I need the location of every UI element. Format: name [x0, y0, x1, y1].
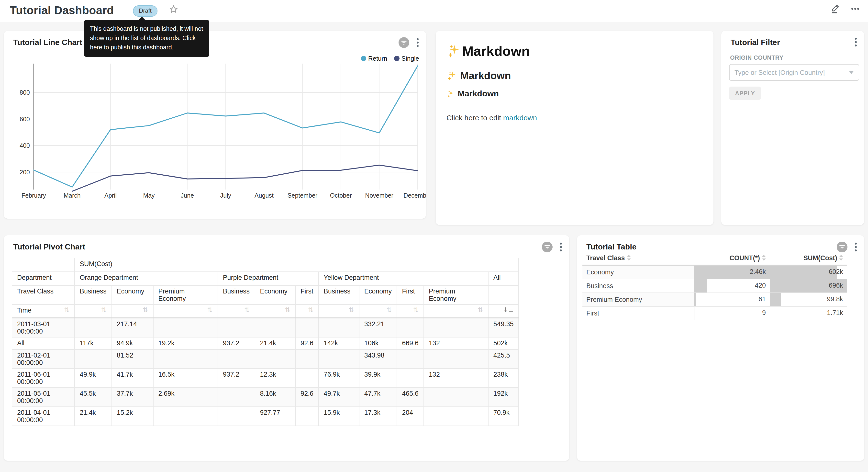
col-header-sum-cost[interactable]: SUM(Cost)	[770, 252, 847, 265]
count-bar	[694, 307, 694, 320]
pivot-value-cell: 19.2k	[153, 337, 218, 350]
pivot-value-cell	[153, 350, 218, 368]
sparkles-icon	[446, 44, 461, 59]
pivot-value-cell: 21.4k	[255, 337, 296, 350]
pivot-value-cell: 425.5	[488, 350, 519, 368]
origin-country-label: ORIGIN COUNTRY	[730, 54, 783, 61]
edit-dashboard-icon[interactable]	[830, 3, 842, 15]
pivot-value-cell: 927.77	[255, 407, 296, 426]
sort-desc-icon[interactable]: ↓︎≡	[503, 307, 514, 314]
sort-icon[interactable]: ⇅	[478, 307, 483, 314]
filter-indicator-icon[interactable]	[836, 241, 848, 253]
sparkles-icon	[446, 90, 455, 98]
pivot-row: 2011-04-01 00:00:0021.4k15.2k927.7715.9k…	[12, 407, 519, 426]
apply-button[interactable]: APPLY	[729, 87, 761, 100]
pivot-class-col: Business	[74, 286, 112, 304]
pivot-value-cell: 15.9k	[319, 407, 359, 426]
status-badge[interactable]: Draft	[133, 5, 157, 17]
pivot-value-cell: 937.2	[218, 337, 255, 350]
dashboard-page: Tutorial Dashboard Draft This dashbo	[0, 0, 868, 472]
pivot-value-cell: 192k	[488, 388, 519, 407]
sparkles-icon	[446, 70, 457, 81]
more-actions-icon[interactable]	[849, 3, 861, 15]
pivot-value-cell: 47.7k	[359, 388, 397, 407]
sort-icon[interactable]	[627, 255, 631, 261]
pivot-value-cell	[218, 318, 255, 337]
pivot-department-group: Purple Department	[218, 272, 319, 286]
sort-icon[interactable]: ⇅	[244, 307, 250, 314]
sum-cost-cell: 602k	[770, 265, 847, 279]
pivot-value-cell: 37.7k	[112, 388, 153, 407]
svg-text:May: May	[143, 192, 155, 199]
pivot-value-cell: 49.7k	[319, 388, 359, 407]
sort-icon[interactable]: ⇅	[143, 307, 148, 314]
pivot-value-cell: 70.9k	[488, 407, 519, 426]
pivot-department-label: Department	[12, 272, 74, 286]
pivot-department-group: Orange Department	[74, 272, 218, 286]
table-card: Tutorial Table Travel Class COUNT(*) SUM…	[577, 235, 864, 461]
pivot-value-cell: 106k	[359, 337, 397, 350]
pivot-value-cell	[153, 318, 218, 337]
sum-bar	[770, 266, 836, 279]
col-header-travel-class[interactable]: Travel Class	[582, 252, 694, 265]
pivot-value-cell: 39.9k	[359, 368, 397, 388]
top-bar: Tutorial Dashboard Draft	[0, 0, 868, 22]
favorite-star-icon[interactable]	[169, 4, 179, 14]
travel-class-cell: Premium Economy	[582, 293, 694, 306]
pivot-row-label: 2011-05-01 00:00:00	[12, 388, 74, 407]
table-card-title: Tutorial Table	[586, 243, 637, 252]
pivot-value-cell	[296, 407, 319, 426]
pivot-row-label: All	[12, 337, 74, 350]
edit-markdown-link[interactable]: markdown	[503, 114, 537, 122]
pivot-time-label: Time⇅	[12, 304, 74, 318]
sort-icon[interactable]: ⇅	[64, 307, 69, 314]
pivot-row: All117k94.9k19.2k937.221.4k92.6142k106k6…	[12, 337, 519, 350]
select-placeholder: Type or Select [Origin Country]	[735, 69, 849, 76]
pivot-value-cell: 132	[424, 368, 488, 388]
sort-icon[interactable]: ⇅	[308, 307, 313, 314]
sort-icon[interactable]: ⇅	[285, 307, 290, 314]
pivot-value-cell	[319, 350, 359, 368]
pivot-table: SUM(Cost)DepartmentOrange DepartmentPurp…	[12, 258, 519, 426]
sort-icon[interactable]: ⇅	[349, 307, 354, 314]
svg-text:November: November	[365, 192, 393, 199]
line-chart-plot[interactable]: 200400600800FebruaryMarchAprilMayJuneJul…	[4, 31, 426, 218]
pivot-value-cell	[218, 388, 255, 407]
pivot-class-label: Travel Class	[12, 286, 74, 304]
count-bar	[694, 293, 696, 306]
pivot-value-cell: 142k	[319, 337, 359, 350]
pivot-class-col: Economy	[112, 286, 153, 304]
pivot-value-cell: 17.3k	[359, 407, 397, 426]
pivot-value-cell	[74, 350, 112, 368]
filter-kebab-menu-icon[interactable]	[854, 37, 858, 48]
pivot-value-cell: 45.5k	[74, 388, 112, 407]
sort-icon[interactable]	[839, 255, 843, 261]
sum-cost-cell: 1.71k	[770, 306, 847, 320]
pivot-value-cell: 15.2k	[112, 407, 153, 426]
pivot-value-cell: 81.52	[112, 350, 153, 368]
sort-icon[interactable]: ⇅	[386, 307, 392, 314]
sort-icon[interactable]: ⇅	[413, 307, 418, 314]
pivot-value-cell: 94.9k	[112, 337, 153, 350]
sort-icon[interactable]: ⇅	[207, 307, 213, 314]
origin-country-select[interactable]: Type or Select [Origin Country]	[729, 64, 859, 81]
sort-icon[interactable]: ⇅	[101, 307, 106, 314]
svg-text:March: March	[64, 192, 81, 199]
pivot-row: 2011-06-01 00:00:0049.9k41.7k16.5k937.21…	[12, 368, 519, 388]
markdown-heading-1: Markdown	[446, 43, 703, 59]
pivot-value-cell: 12.3k	[255, 368, 296, 388]
sort-icon[interactable]	[762, 255, 766, 261]
pivot-value-cell: 343.98	[359, 350, 397, 368]
pivot-kebab-menu-icon[interactable]	[559, 242, 563, 253]
pivot-row-label: 2011-06-01 00:00:00	[12, 368, 74, 388]
pivot-value-cell: 92.6	[296, 337, 319, 350]
filter-indicator-icon[interactable]	[541, 241, 553, 253]
unpublished-tooltip: This dashboard is not published, it will…	[84, 20, 209, 57]
pivot-class-col: Economy	[359, 286, 397, 304]
col-header-count[interactable]: COUNT(*)	[694, 252, 770, 265]
pivot-value-cell: 549.35	[488, 318, 519, 337]
markdown-paragraph: Click here to edit markdown	[446, 114, 703, 122]
pivot-value-cell	[424, 350, 488, 368]
svg-text:July: July	[220, 192, 231, 199]
table-kebab-menu-icon[interactable]	[854, 242, 858, 253]
